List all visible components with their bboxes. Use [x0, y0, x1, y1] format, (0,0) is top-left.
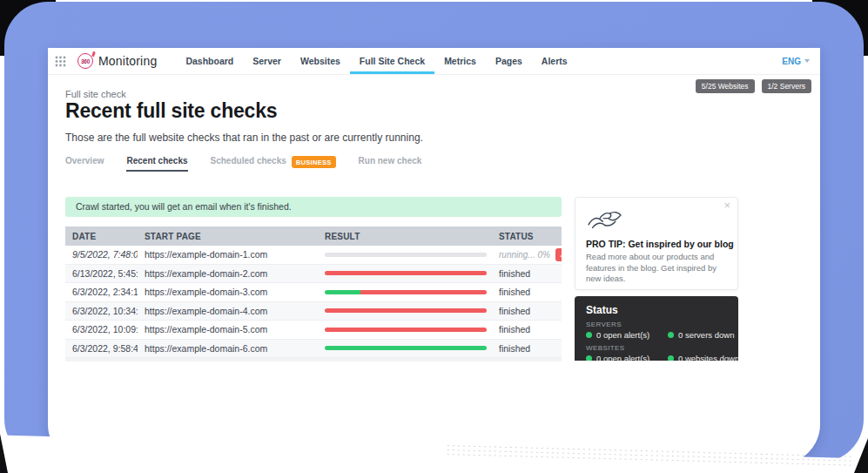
main-column: Crawl started, you will get an email whe…: [65, 197, 562, 362]
nav-item-full-site-check[interactable]: Full Site Check: [350, 48, 434, 74]
status-text: finished: [499, 287, 530, 297]
cell-date: 6/3/2022, 2:34:15 PM: [65, 283, 138, 302]
tab-label: Scheduled checks: [211, 156, 286, 172]
status-wrap: finished: [499, 324, 562, 334]
status-section-label-websites: WEBSITES: [586, 344, 727, 352]
page-title: Recent full site checks: [65, 99, 277, 123]
table-row[interactable]: 6/3/2022, 10:09:40 AMhttps://example-dom…: [65, 321, 562, 340]
brand-logo[interactable]: 360 Monitoring: [77, 48, 157, 74]
nav-item-server[interactable]: Server: [243, 48, 291, 74]
column-header-result: RESULT: [318, 226, 492, 246]
nav-item-metrics[interactable]: Metrics: [434, 48, 486, 74]
green-dot-icon: [586, 332, 592, 338]
status-text: finished: [499, 306, 530, 316]
green-dot-icon: [586, 355, 592, 361]
tab-recent-checks[interactable]: Recent checks: [126, 156, 187, 172]
status-item-text: 0 open alert(s): [596, 330, 649, 340]
progress-segment-gray: [325, 253, 487, 257]
cell-result: [318, 283, 492, 302]
table-body: 9/5/2022, 7:48:09 AMhttps://example-doma…: [65, 246, 562, 358]
clipped-table-row: [65, 358, 562, 362]
tab-label: Recent checks: [126, 156, 187, 172]
table-row[interactable]: 6/3/2022, 9:58:42 AMhttps://example-doma…: [65, 339, 562, 358]
table-row[interactable]: 6/3/2022, 10:34:24 AMhttps://example-dom…: [65, 301, 562, 321]
progress-bar: [325, 328, 487, 332]
status-card-title: Status: [586, 304, 727, 316]
tab-run-new-check[interactable]: Run new check: [359, 156, 422, 172]
tab-scheduled-checks[interactable]: Scheduled checksBUSINESS: [211, 156, 336, 172]
app-launcher-grid-icon[interactable]: [55, 56, 66, 67]
status-section-row: 0 open alert(s)0 servers down: [586, 330, 727, 340]
status-wrap: running... 0%Abort: [499, 248, 562, 261]
marketing-canvas: 360 Monitoring DashboardServerWebsitesFu…: [0, 0, 868, 473]
pro-tip-title: PRO TIP: Get inspired by our blog: [586, 239, 727, 249]
top-navbar: 360 Monitoring DashboardServerWebsitesFu…: [48, 48, 820, 75]
cell-start-page: https://example-domain-2.com: [138, 264, 318, 283]
status-wrap: finished: [499, 343, 562, 354]
close-icon[interactable]: ×: [723, 199, 730, 212]
table-row[interactable]: 6/3/2022, 2:34:15 PMhttps://example-doma…: [65, 283, 562, 302]
cell-status: finished: [492, 321, 562, 340]
page-subtitle: Those are the full website checks that r…: [65, 132, 423, 144]
language-label: ENG: [782, 57, 801, 66]
status-text: finished: [499, 268, 530, 279]
progress-bar: [325, 346, 487, 350]
nav-item-pages[interactable]: Pages: [486, 48, 532, 74]
nav-item-websites[interactable]: Websites: [291, 48, 350, 74]
cell-result: [318, 301, 492, 321]
status-text: finished: [499, 324, 530, 334]
status-section-label-servers: SERVERS: [586, 321, 727, 328]
column-header-date: DATE: [65, 226, 138, 246]
nav-items: DashboardServerWebsitesFull Site CheckMe…: [176, 48, 576, 74]
cell-date: 6/3/2022, 10:34:24 AM: [65, 301, 138, 321]
nav-item-dashboard[interactable]: Dashboard: [176, 48, 243, 74]
cell-status: running... 0%Abort: [492, 246, 562, 264]
status-text: finished: [499, 343, 530, 354]
handshake-icon: [586, 207, 624, 231]
cell-start-page: https://example-domain-4.com: [138, 301, 318, 321]
nav-item-alerts[interactable]: Alerts: [532, 48, 577, 74]
cell-date: 6/3/2022, 10:09:40 AM: [65, 321, 138, 340]
recent-checks-table: DATESTART PAGERESULTSTATUS 9/5/2022, 7:4…: [65, 226, 562, 358]
business-badge: BUSINESS: [292, 156, 336, 168]
cell-status: finished: [492, 339, 562, 358]
progress-segment-red: [360, 290, 487, 294]
breadcrumb: Full site check: [65, 89, 126, 99]
progress-segment-red: [325, 328, 487, 332]
tab-label: Run new check: [359, 156, 422, 172]
status-section-row: 0 open alert(s)0 websites down: [586, 354, 727, 361]
table-row[interactable]: 6/13/2022, 5:45:34 PMhttps://example-dom…: [65, 264, 562, 283]
status-item-text: 0 websites down: [678, 354, 738, 361]
cell-start-page: https://example-domain-6.com: [138, 339, 318, 358]
section-tabs: OverviewRecent checksScheduled checksBUS…: [65, 156, 421, 172]
status-item: 0 open alert(s): [586, 330, 668, 340]
badge-5-25-websites[interactable]: 5/25 Websites: [696, 79, 755, 93]
progress-bar: [325, 271, 487, 275]
brand-name: Monitoring: [98, 54, 157, 68]
progress-bar: [325, 253, 487, 257]
cell-date: 6/3/2022, 9:58:42 AM: [65, 339, 138, 358]
status-item-text: 0 servers down: [678, 330, 734, 340]
abort-button[interactable]: Abort: [555, 248, 562, 261]
badge-1-2-servers[interactable]: 1/2 Servers: [762, 79, 811, 93]
cell-date: 9/5/2022, 7:48:09 AM: [65, 246, 138, 264]
table-row[interactable]: 9/5/2022, 7:48:09 AMhttps://example-doma…: [65, 246, 562, 264]
cell-result: [318, 246, 492, 264]
tab-overview[interactable]: Overview: [65, 156, 104, 172]
cell-result: [318, 264, 492, 283]
app-window: 360 Monitoring DashboardServerWebsitesFu…: [48, 48, 820, 362]
language-selector[interactable]: ENG: [782, 48, 810, 74]
cell-date: 6/13/2022, 5:45:34 PM: [65, 264, 138, 283]
status-wrap: finished: [499, 268, 562, 279]
progress-segment-green: [325, 346, 487, 350]
progress-segment-red: [325, 271, 487, 275]
cell-status: finished: [492, 283, 562, 302]
progress-segment-red: [325, 308, 487, 313]
table-header-row: DATESTART PAGERESULTSTATUS: [65, 226, 562, 246]
green-dot-icon: [668, 332, 674, 338]
cell-status: finished: [492, 301, 562, 321]
status-wrap: finished: [499, 287, 562, 297]
green-dot-icon: [668, 355, 674, 361]
status-item-text: 0 open alert(s): [596, 354, 649, 361]
column-header-status: STATUS: [492, 226, 562, 246]
